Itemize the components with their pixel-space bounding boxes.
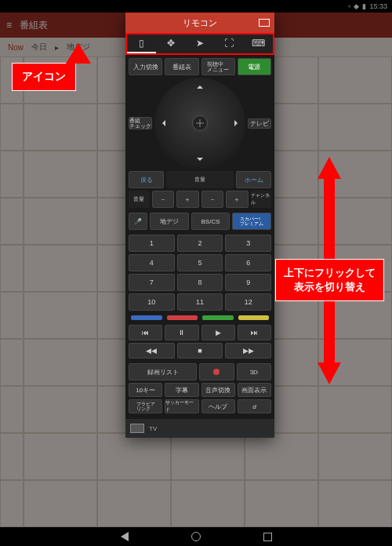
num-12[interactable]: 12 bbox=[225, 293, 271, 311]
tv-thumb-icon bbox=[130, 424, 144, 433]
num-4[interactable]: 4 bbox=[129, 254, 175, 271]
dpad-right[interactable] bbox=[234, 120, 241, 126]
color-green[interactable] bbox=[202, 315, 234, 320]
vol-up[interactable]: ＋ bbox=[176, 191, 199, 208]
reclist-button[interactable]: 録画リスト bbox=[129, 363, 197, 380]
remote-body[interactable]: 入力切換 番組表 視聴中 メニュー 電源 番組 チェック テレビ 戻る 音量 ホ… bbox=[125, 55, 274, 419]
bscs-button[interactable]: BS/CS bbox=[191, 213, 230, 230]
flick-line2: 表示を切り替え bbox=[284, 280, 376, 294]
num-1[interactable]: 1 bbox=[129, 235, 175, 252]
nav-back-icon[interactable] bbox=[121, 532, 129, 541]
color-red[interactable] bbox=[167, 315, 198, 320]
rec-icon bbox=[213, 369, 220, 375]
num-10[interactable]: 10 bbox=[129, 293, 175, 311]
mode-tab-cursor[interactable]: ➤ bbox=[185, 35, 214, 53]
menu-button[interactable]: 視聴中 メニュー bbox=[201, 58, 235, 75]
pause-button[interactable]: ⏸ bbox=[165, 325, 198, 340]
num-7[interactable]: 7 bbox=[129, 274, 175, 291]
dpad bbox=[154, 78, 245, 169]
callout-icon-label: アイコン bbox=[12, 63, 76, 91]
color-blue[interactable] bbox=[131, 315, 162, 320]
next-button[interactable]: ⏭ bbox=[238, 325, 271, 340]
tenkey-button[interactable]: 10キー bbox=[129, 383, 162, 397]
num-2[interactable]: 2 bbox=[177, 235, 223, 252]
mode-tabs: ▯ ✥ ➤ ⛶ ⌨ bbox=[125, 33, 274, 55]
dpad-left[interactable] bbox=[159, 120, 165, 126]
keyboard-icon: ⌨ bbox=[252, 38, 265, 49]
back-button[interactable]: 戻る bbox=[129, 171, 164, 188]
3d-button[interactable]: 3D bbox=[237, 363, 272, 380]
ch-down[interactable]: － bbox=[201, 191, 224, 208]
android-navbar bbox=[0, 527, 392, 546]
home-button[interactable]: ホーム bbox=[236, 171, 271, 188]
mode-tab-keyboard[interactable]: ⌨ bbox=[244, 35, 273, 53]
num-8[interactable]: 8 bbox=[177, 274, 223, 291]
remote-title: リモコン bbox=[183, 17, 217, 29]
audio-button[interactable]: 音声切換 bbox=[201, 383, 235, 397]
ch-label: チャンネル bbox=[251, 191, 272, 208]
callout-flick-label: 上下にフリックして 表示を切り替え bbox=[275, 259, 384, 301]
fullscreen-icon: ⛶ bbox=[224, 38, 234, 49]
mic-button[interactable]: 🎤 bbox=[129, 213, 147, 230]
display-button[interactable]: 画面表示 bbox=[238, 383, 271, 397]
guide-button[interactable]: 番組表 bbox=[165, 58, 198, 75]
power-button[interactable]: 電源 bbox=[238, 58, 271, 75]
stop-button[interactable]: ■ bbox=[177, 343, 223, 359]
dpad-center[interactable] bbox=[192, 115, 208, 131]
nav-recent-icon[interactable] bbox=[263, 533, 272, 541]
vol-label: 音量 bbox=[129, 191, 150, 208]
bravia-button[interactable]: ブラビア リンク bbox=[129, 399, 162, 413]
move-icon: ✥ bbox=[167, 38, 175, 49]
prev-button[interactable]: ⏮ bbox=[129, 325, 162, 340]
soccer-button[interactable]: サッカーモード bbox=[165, 399, 198, 413]
play-button[interactable]: ▶ bbox=[201, 325, 235, 340]
dpad-up[interactable] bbox=[197, 82, 203, 89]
num-5[interactable]: 5 bbox=[177, 254, 223, 271]
mic-icon: 🎤 bbox=[134, 218, 142, 225]
number-pad: 1 2 3 4 5 6 7 8 9 10 11 12 bbox=[129, 235, 271, 311]
footer-label: TV bbox=[149, 425, 157, 432]
check-button[interactable]: 番組 チェック bbox=[129, 117, 152, 129]
remote-popup: リモコン ▯ ✥ ➤ ⛶ ⌨ 入力切換 番組表 視聴中 メニュー 電源 番組 チ… bbox=[125, 13, 274, 438]
tv-select-icon[interactable] bbox=[259, 19, 270, 27]
num-3[interactable]: 3 bbox=[225, 235, 271, 252]
skyper-button[interactable]: スカパー! プレミアム bbox=[232, 213, 271, 230]
num-11[interactable]: 11 bbox=[177, 293, 223, 311]
dpad-down[interactable] bbox=[197, 158, 203, 164]
remote-icon: ▯ bbox=[139, 38, 144, 49]
subtitle-button[interactable]: 字幕 bbox=[165, 383, 198, 397]
vol-down[interactable]: － bbox=[152, 191, 175, 208]
num-6[interactable]: 6 bbox=[225, 254, 271, 271]
ch-up[interactable]: ＋ bbox=[226, 191, 249, 208]
rec-button[interactable] bbox=[199, 363, 234, 380]
color-buttons bbox=[131, 315, 269, 320]
mode-tab-remote[interactable]: ▯ bbox=[127, 35, 156, 53]
forward-button[interactable]: ▶▶ bbox=[225, 343, 271, 359]
arrow-down-icon bbox=[318, 362, 341, 384]
color-yellow[interactable] bbox=[238, 315, 270, 320]
arrow-up-icon bbox=[318, 157, 341, 179]
help-button[interactable]: ヘルプ bbox=[201, 399, 235, 413]
mode-tab-move[interactable]: ✥ bbox=[156, 35, 185, 53]
tv-button[interactable]: テレビ bbox=[248, 118, 271, 129]
flick-line1: 上下にフリックして bbox=[284, 266, 376, 280]
remote-header: リモコン bbox=[125, 13, 274, 33]
num-9[interactable]: 9 bbox=[225, 274, 271, 291]
digi-button[interactable]: 地デジ bbox=[150, 213, 189, 230]
d-button[interactable]: d bbox=[238, 399, 271, 413]
input-button[interactable]: 入力切換 bbox=[129, 58, 162, 75]
remote-footer[interactable]: TV bbox=[125, 419, 274, 438]
mode-tab-fullscreen[interactable]: ⛶ bbox=[215, 35, 244, 53]
rewind-button[interactable]: ◀◀ bbox=[129, 343, 175, 359]
nav-home-icon[interactable] bbox=[191, 532, 201, 541]
cursor-icon: ➤ bbox=[196, 38, 204, 49]
